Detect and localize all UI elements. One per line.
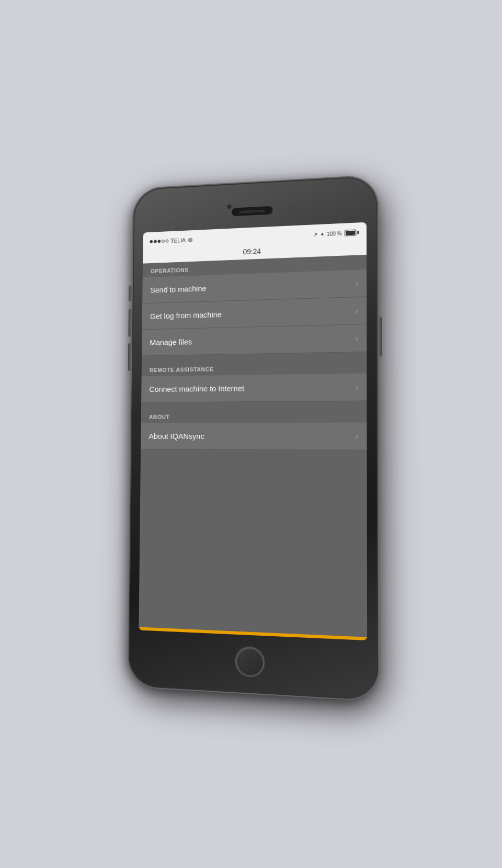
carrier-name: TELIA bbox=[170, 237, 186, 244]
empty-space bbox=[139, 449, 367, 637]
status-left: TELIA ⊛ bbox=[150, 236, 192, 245]
manage-files-label: Manage files bbox=[150, 337, 192, 346]
about-iqansync-label: About IQANsync bbox=[149, 432, 204, 441]
signal-strength bbox=[150, 239, 169, 243]
get-log-chevron: › bbox=[356, 306, 358, 314]
mute-button[interactable] bbox=[129, 285, 132, 301]
screen: TELIA ⊛ ↗ ✦ 100 % bbox=[139, 222, 367, 640]
manage-files-item[interactable]: Manage files › bbox=[142, 324, 367, 356]
connect-machine-chevron: › bbox=[356, 382, 358, 391]
connect-machine-item[interactable]: Connect machine to Internet › bbox=[141, 373, 367, 402]
location-icon: ↗ bbox=[313, 231, 317, 237]
about-chevron: › bbox=[356, 432, 358, 440]
volume-up-button[interactable] bbox=[128, 309, 131, 336]
volume-down-button[interactable] bbox=[128, 343, 131, 370]
get-log-label: Get log from machine bbox=[150, 310, 222, 320]
app-content: OPERATIONS Send to machine › Get log fro… bbox=[139, 254, 367, 640]
connect-machine-label: Connect machine to Internet bbox=[149, 384, 244, 393]
signal-dot-5 bbox=[166, 239, 169, 242]
phone-body: TELIA ⊛ ↗ ✦ 100 % bbox=[127, 174, 379, 702]
home-button[interactable] bbox=[235, 646, 265, 678]
time-display: 09:24 bbox=[243, 247, 261, 256]
camera bbox=[226, 204, 232, 209]
send-to-machine-chevron: › bbox=[356, 279, 358, 287]
signal-dot-2 bbox=[154, 240, 157, 243]
section-about: ABOUT bbox=[141, 407, 367, 423]
power-button[interactable] bbox=[379, 317, 382, 356]
speaker bbox=[232, 206, 272, 216]
signal-dot-4 bbox=[162, 239, 165, 242]
battery-icon bbox=[345, 229, 359, 236]
battery-percent: 100 % bbox=[327, 230, 342, 236]
manage-files-chevron: › bbox=[356, 334, 358, 342]
wifi-icon: ⊛ bbox=[188, 236, 193, 243]
bluetooth-icon: ✦ bbox=[320, 231, 324, 236]
phone-mockup: TELIA ⊛ ↗ ✦ 100 % bbox=[127, 174, 379, 702]
status-right: ↗ ✦ 100 % bbox=[313, 229, 359, 238]
signal-dot-3 bbox=[158, 240, 161, 243]
about-iqansync-item[interactable]: About IQANsync › bbox=[141, 422, 367, 450]
signal-dot-1 bbox=[150, 240, 153, 243]
send-to-machine-label: Send to machine bbox=[150, 284, 206, 294]
